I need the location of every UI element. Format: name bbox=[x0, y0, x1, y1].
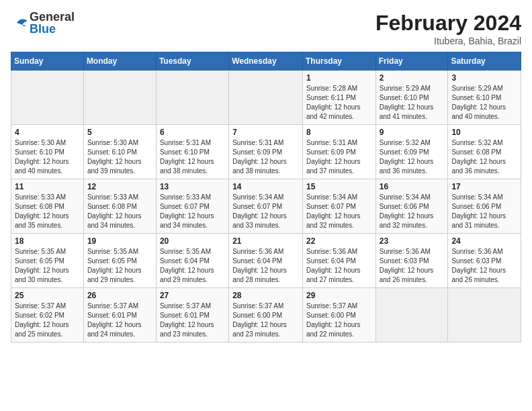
day-number: 22 bbox=[306, 236, 372, 246]
day-header-wednesday: Wednesday bbox=[229, 52, 303, 71]
day-info: Sunrise: 5:36 AMSunset: 6:04 PMDaylight:… bbox=[232, 247, 299, 285]
day-header-thursday: Thursday bbox=[302, 52, 375, 71]
title-block: February 2024 Itubera, Bahia, Brazil bbox=[375, 11, 521, 46]
day-number: 17 bbox=[451, 182, 517, 191]
day-number: 29 bbox=[306, 291, 372, 300]
day-cell bbox=[375, 288, 448, 342]
day-number: 23 bbox=[380, 236, 445, 246]
day-info: Sunrise: 5:37 AMSunset: 6:00 PMDaylight:… bbox=[306, 302, 372, 339]
day-number: 16 bbox=[380, 182, 445, 191]
day-info: Sunrise: 5:35 AMSunset: 6:05 PMDaylight:… bbox=[15, 247, 80, 285]
day-info: Sunrise: 5:37 AMSunset: 6:00 PMDaylight:… bbox=[232, 302, 299, 339]
calendar-body: 1Sunrise: 5:28 AMSunset: 6:11 PMDaylight… bbox=[11, 71, 521, 342]
day-number: 18 bbox=[15, 236, 80, 246]
bird-icon bbox=[13, 15, 30, 31]
day-cell: 8Sunrise: 5:31 AMSunset: 6:09 PMDaylight… bbox=[302, 125, 375, 179]
day-info: Sunrise: 5:36 AMSunset: 6:04 PMDaylight:… bbox=[306, 247, 372, 285]
location: Itubera, Bahia, Brazil bbox=[375, 36, 521, 46]
day-cell: 20Sunrise: 5:35 AMSunset: 6:04 PMDayligh… bbox=[156, 234, 228, 288]
day-cell: 25Sunrise: 5:37 AMSunset: 6:02 PMDayligh… bbox=[11, 288, 84, 342]
day-cell: 27Sunrise: 5:37 AMSunset: 6:01 PMDayligh… bbox=[156, 288, 228, 342]
day-cell: 19Sunrise: 5:35 AMSunset: 6:05 PMDayligh… bbox=[83, 234, 156, 288]
day-info: Sunrise: 5:31 AMSunset: 6:10 PMDaylight:… bbox=[160, 138, 225, 176]
page-header: General Blue February 2024 Itubera, Bahi… bbox=[11, 11, 521, 46]
day-number: 12 bbox=[87, 182, 152, 191]
day-info: Sunrise: 5:36 AMSunset: 6:03 PMDaylight:… bbox=[451, 247, 517, 285]
day-cell: 3Sunrise: 5:29 AMSunset: 6:10 PMDaylight… bbox=[448, 71, 521, 125]
day-cell bbox=[83, 71, 156, 125]
day-cell: 29Sunrise: 5:37 AMSunset: 6:00 PMDayligh… bbox=[302, 288, 375, 342]
day-number: 3 bbox=[451, 73, 517, 83]
day-number: 8 bbox=[306, 128, 372, 137]
day-info: Sunrise: 5:30 AMSunset: 6:10 PMDaylight:… bbox=[87, 138, 152, 176]
day-info: Sunrise: 5:34 AMSunset: 6:06 PMDaylight:… bbox=[451, 193, 517, 230]
day-number: 5 bbox=[87, 128, 152, 137]
day-cell bbox=[11, 71, 84, 125]
day-cell: 4Sunrise: 5:30 AMSunset: 6:10 PMDaylight… bbox=[11, 125, 84, 179]
day-number: 6 bbox=[160, 128, 225, 137]
day-cell: 6Sunrise: 5:31 AMSunset: 6:10 PMDaylight… bbox=[156, 125, 228, 179]
day-info: Sunrise: 5:33 AMSunset: 6:08 PMDaylight:… bbox=[15, 193, 80, 230]
calendar-header: SundayMondayTuesdayWednesdayThursdayFrid… bbox=[11, 52, 521, 71]
days-of-week-row: SundayMondayTuesdayWednesdayThursdayFrid… bbox=[11, 52, 521, 71]
day-number: 28 bbox=[232, 291, 299, 300]
week-row-5: 25Sunrise: 5:37 AMSunset: 6:02 PMDayligh… bbox=[11, 288, 521, 342]
day-header-saturday: Saturday bbox=[448, 52, 521, 71]
day-cell bbox=[156, 71, 228, 125]
day-cell: 18Sunrise: 5:35 AMSunset: 6:05 PMDayligh… bbox=[11, 234, 84, 288]
day-header-friday: Friday bbox=[375, 52, 448, 71]
day-number: 1 bbox=[306, 73, 372, 83]
day-number: 9 bbox=[380, 128, 445, 137]
day-number: 10 bbox=[451, 128, 517, 137]
day-cell: 10Sunrise: 5:32 AMSunset: 6:08 PMDayligh… bbox=[448, 125, 521, 179]
day-cell: 16Sunrise: 5:34 AMSunset: 6:06 PMDayligh… bbox=[375, 179, 448, 234]
day-cell: 1Sunrise: 5:28 AMSunset: 6:11 PMDaylight… bbox=[302, 71, 375, 125]
logo-blue: Blue bbox=[30, 23, 75, 35]
day-header-monday: Monday bbox=[83, 52, 156, 71]
day-info: Sunrise: 5:35 AMSunset: 6:05 PMDaylight:… bbox=[87, 247, 152, 285]
day-number: 27 bbox=[160, 291, 225, 300]
day-header-tuesday: Tuesday bbox=[156, 52, 228, 71]
day-info: Sunrise: 5:32 AMSunset: 6:08 PMDaylight:… bbox=[451, 138, 517, 176]
day-info: Sunrise: 5:29 AMSunset: 6:10 PMDaylight:… bbox=[380, 84, 445, 122]
logo-text: General Blue bbox=[30, 11, 75, 35]
day-number: 7 bbox=[232, 128, 299, 137]
day-number: 15 bbox=[306, 182, 372, 191]
day-cell: 23Sunrise: 5:36 AMSunset: 6:03 PMDayligh… bbox=[375, 234, 448, 288]
day-info: Sunrise: 5:31 AMSunset: 6:09 PMDaylight:… bbox=[306, 138, 372, 176]
day-info: Sunrise: 5:34 AMSunset: 6:06 PMDaylight:… bbox=[380, 193, 445, 230]
day-number: 13 bbox=[160, 182, 225, 191]
day-cell: 2Sunrise: 5:29 AMSunset: 6:10 PMDaylight… bbox=[375, 71, 448, 125]
day-number: 14 bbox=[232, 182, 299, 191]
logo-general: General bbox=[30, 11, 75, 23]
day-info: Sunrise: 5:37 AMSunset: 6:02 PMDaylight:… bbox=[15, 302, 80, 339]
day-cell: 21Sunrise: 5:36 AMSunset: 6:04 PMDayligh… bbox=[229, 234, 303, 288]
day-info: Sunrise: 5:31 AMSunset: 6:09 PMDaylight:… bbox=[232, 138, 299, 176]
week-row-1: 1Sunrise: 5:28 AMSunset: 6:11 PMDaylight… bbox=[11, 71, 521, 125]
day-cell: 26Sunrise: 5:37 AMSunset: 6:01 PMDayligh… bbox=[83, 288, 156, 342]
week-row-4: 18Sunrise: 5:35 AMSunset: 6:05 PMDayligh… bbox=[11, 234, 521, 288]
day-info: Sunrise: 5:37 AMSunset: 6:01 PMDaylight:… bbox=[160, 302, 225, 339]
day-info: Sunrise: 5:28 AMSunset: 6:11 PMDaylight:… bbox=[306, 84, 372, 122]
day-cell: 12Sunrise: 5:33 AMSunset: 6:08 PMDayligh… bbox=[83, 179, 156, 234]
day-number: 26 bbox=[87, 291, 152, 300]
day-number: 25 bbox=[15, 291, 80, 300]
day-header-sunday: Sunday bbox=[11, 52, 84, 71]
week-row-3: 11Sunrise: 5:33 AMSunset: 6:08 PMDayligh… bbox=[11, 179, 521, 234]
calendar-table: SundayMondayTuesdayWednesdayThursdayFrid… bbox=[11, 52, 521, 342]
day-number: 19 bbox=[87, 236, 152, 246]
day-cell bbox=[229, 71, 303, 125]
day-cell: 24Sunrise: 5:36 AMSunset: 6:03 PMDayligh… bbox=[448, 234, 521, 288]
day-cell: 11Sunrise: 5:33 AMSunset: 6:08 PMDayligh… bbox=[11, 179, 84, 234]
day-cell bbox=[448, 288, 521, 342]
day-info: Sunrise: 5:37 AMSunset: 6:01 PMDaylight:… bbox=[87, 302, 152, 339]
day-cell: 9Sunrise: 5:32 AMSunset: 6:09 PMDaylight… bbox=[375, 125, 448, 179]
day-cell: 14Sunrise: 5:34 AMSunset: 6:07 PMDayligh… bbox=[229, 179, 303, 234]
day-cell: 15Sunrise: 5:34 AMSunset: 6:07 PMDayligh… bbox=[302, 179, 375, 234]
logo: General Blue bbox=[11, 11, 75, 35]
day-number: 11 bbox=[15, 182, 80, 191]
day-info: Sunrise: 5:30 AMSunset: 6:10 PMDaylight:… bbox=[15, 138, 80, 176]
day-info: Sunrise: 5:29 AMSunset: 6:10 PMDaylight:… bbox=[451, 84, 517, 122]
day-cell: 28Sunrise: 5:37 AMSunset: 6:00 PMDayligh… bbox=[229, 288, 303, 342]
day-info: Sunrise: 5:33 AMSunset: 6:08 PMDaylight:… bbox=[87, 193, 152, 230]
